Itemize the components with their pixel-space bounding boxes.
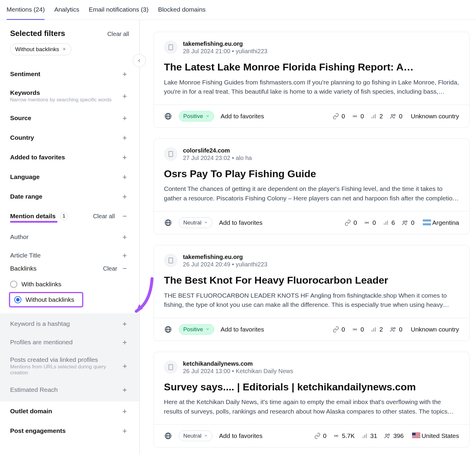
plus-icon: + bbox=[120, 362, 129, 370]
source-domain: takemefishing.eu.org bbox=[183, 40, 267, 47]
selected-filters-heading: Selected filters bbox=[10, 29, 65, 38]
chevron-down-icon bbox=[204, 219, 208, 226]
globe-icon[interactable] bbox=[164, 219, 172, 227]
source-favicon bbox=[164, 40, 178, 54]
plus-icon: + bbox=[120, 407, 129, 416]
source-domain: ketchikandailynews.com bbox=[183, 360, 293, 367]
add-to-favorites-button[interactable]: Add to favorites bbox=[219, 432, 262, 439]
chevron-down-icon bbox=[206, 113, 210, 120]
minus-icon: − bbox=[120, 212, 129, 221]
filter-chip-without-backlinks[interactable]: Without backlinks bbox=[10, 43, 71, 55]
stat-audience: 0 bbox=[401, 219, 414, 226]
stat-backlinks: 0 bbox=[333, 326, 345, 333]
svg-point-65 bbox=[388, 434, 389, 436]
mention-title[interactable]: Survey says.... | Editorials | ketchikan… bbox=[164, 381, 459, 393]
add-to-favorites-button[interactable]: Add to favorites bbox=[219, 219, 262, 226]
plus-icon: + bbox=[120, 319, 129, 328]
sentiment-dropdown[interactable]: Neutral bbox=[179, 431, 212, 441]
stat-audience: 0 bbox=[389, 326, 403, 333]
tab-email-notifications[interactable]: Email notifications (3) bbox=[89, 0, 148, 20]
tab-analytics[interactable]: Analytics bbox=[54, 0, 79, 20]
filter-language[interactable]: Language + bbox=[10, 167, 129, 187]
filter-sentiment[interactable]: Sentiment + bbox=[10, 64, 129, 84]
mention-country: Unknown country bbox=[411, 326, 459, 333]
chevron-left-icon bbox=[137, 58, 142, 63]
globe-icon[interactable] bbox=[164, 325, 172, 334]
filter-date-range[interactable]: Date range + bbox=[10, 187, 129, 206]
mention-meta: 26 Jul 2024 20:49 • yulianthi223 bbox=[183, 261, 267, 268]
filter-source[interactable]: Source + bbox=[10, 108, 129, 128]
source-domain: takemefishing.eu.org bbox=[183, 254, 267, 260]
filter-backlinks[interactable]: Backlinks Clear − bbox=[10, 259, 129, 278]
sentiment-dropdown[interactable]: Positive bbox=[179, 111, 214, 122]
mention-card[interactable]: ketchikandailynews.com 26 Jul 2024 13:00… bbox=[154, 352, 469, 448]
stat-traffic: 31 bbox=[361, 432, 377, 439]
filter-keyword-hashtag[interactable]: Keyword is a hashtag + bbox=[10, 315, 129, 333]
mention-meta: 26 Jul 2024 13:00 • Ketchikan Daily News bbox=[183, 368, 293, 375]
collapse-sidebar-button[interactable] bbox=[133, 54, 146, 67]
add-to-favorites-button[interactable]: Add to favorites bbox=[221, 113, 264, 120]
svg-point-60 bbox=[336, 435, 337, 436]
radio-checked-icon bbox=[14, 296, 21, 303]
filter-mention-details[interactable]: Mention details 1 Clear all − bbox=[10, 206, 129, 223]
chip-label: Without backlinks bbox=[15, 46, 59, 53]
chevron-down-icon bbox=[206, 326, 210, 333]
radio-without-backlinks[interactable]: Without backlinks bbox=[9, 292, 83, 307]
clear-all-button[interactable]: Clear all bbox=[107, 31, 129, 37]
svg-rect-2 bbox=[169, 45, 173, 50]
mention-description: THE BEST FLUOROCARBON LEADER KNOTS HF An… bbox=[164, 291, 459, 310]
stat-audience: 396 bbox=[384, 432, 404, 439]
svg-point-16 bbox=[391, 114, 393, 116]
mention-country: Unknown country bbox=[411, 113, 459, 120]
globe-icon[interactable] bbox=[164, 112, 172, 120]
chip-remove-icon[interactable] bbox=[62, 46, 66, 53]
radio-icon bbox=[10, 281, 17, 288]
filter-estimated-reach[interactable]: Estimated Reach + bbox=[10, 381, 129, 399]
svg-point-17 bbox=[394, 114, 395, 116]
globe-icon[interactable] bbox=[164, 432, 172, 440]
filter-post-engagements[interactable]: Post engagements + bbox=[10, 421, 129, 441]
radio-with-backlinks[interactable]: With backlinks bbox=[10, 278, 129, 291]
filter-profiles-mentioned[interactable]: Profiles are mentioned + bbox=[10, 333, 129, 351]
mention-description: Lake Monroe Fishing Guides from fishmast… bbox=[164, 78, 459, 96]
flag-icon bbox=[412, 433, 420, 439]
filter-outlet-domain[interactable]: Outlet domain + bbox=[10, 401, 129, 421]
plus-icon: + bbox=[120, 192, 129, 201]
tab-mentions[interactable]: Mentions (24) bbox=[7, 0, 45, 20]
source-favicon bbox=[164, 147, 178, 161]
plus-icon: + bbox=[120, 385, 129, 394]
stat-audience: 0 bbox=[389, 113, 403, 120]
svg-point-49 bbox=[394, 327, 395, 329]
svg-point-48 bbox=[391, 328, 393, 329]
stat-backlinks: 0 bbox=[345, 219, 357, 226]
source-domain: colorslife24.com bbox=[183, 147, 252, 154]
mention-title[interactable]: The Best Knot For Heavy Fluorocarbon Lea… bbox=[164, 274, 459, 287]
add-to-favorites-button[interactable]: Add to favorites bbox=[221, 326, 264, 333]
filter-author[interactable]: Author + bbox=[10, 228, 129, 246]
filter-country[interactable]: Country + bbox=[10, 128, 129, 147]
plus-icon: + bbox=[120, 70, 129, 78]
plus-icon: + bbox=[120, 133, 129, 142]
mention-card[interactable]: colorslife24.com 27 Jul 2024 23:02 • alo… bbox=[154, 139, 469, 235]
svg-point-28 bbox=[366, 222, 367, 223]
svg-rect-18 bbox=[169, 151, 173, 156]
mention-title[interactable]: The Latest Lake Monroe Florida Fishing R… bbox=[164, 61, 459, 73]
backlinks-clear[interactable]: Clear bbox=[103, 265, 117, 272]
mention-details-count: 1 bbox=[60, 212, 68, 220]
filter-posts-created[interactable]: Posts created via linked profilesMention… bbox=[10, 351, 129, 381]
mention-meta: 27 Jul 2024 23:02 • alo ha bbox=[183, 155, 252, 161]
mention-details-clear-all[interactable]: Clear all bbox=[93, 213, 115, 220]
plus-icon: + bbox=[120, 251, 129, 260]
plus-icon: + bbox=[120, 153, 129, 162]
source-favicon bbox=[164, 360, 178, 374]
svg-point-33 bbox=[406, 221, 407, 222]
filter-added-to-favorites[interactable]: Added to favorites + bbox=[10, 147, 129, 167]
mention-card[interactable]: takemefishing.eu.org 28 Jul 2024 21:00 •… bbox=[154, 32, 469, 128]
mention-card[interactable]: takemefishing.eu.org 26 Jul 2024 20:49 •… bbox=[154, 245, 469, 341]
mention-meta: 28 Jul 2024 21:00 • yulianthi223 bbox=[183, 48, 267, 55]
sentiment-dropdown[interactable]: Positive bbox=[179, 324, 214, 335]
mention-title[interactable]: Osrs Pay To Play Fishing Guide bbox=[164, 167, 459, 180]
filter-keywords[interactable]: KeywordsNarrow mentions by searching spe… bbox=[10, 84, 129, 108]
tab-blocked-domains[interactable]: Blocked domains bbox=[158, 0, 206, 20]
sentiment-dropdown[interactable]: Neutral bbox=[179, 217, 212, 228]
